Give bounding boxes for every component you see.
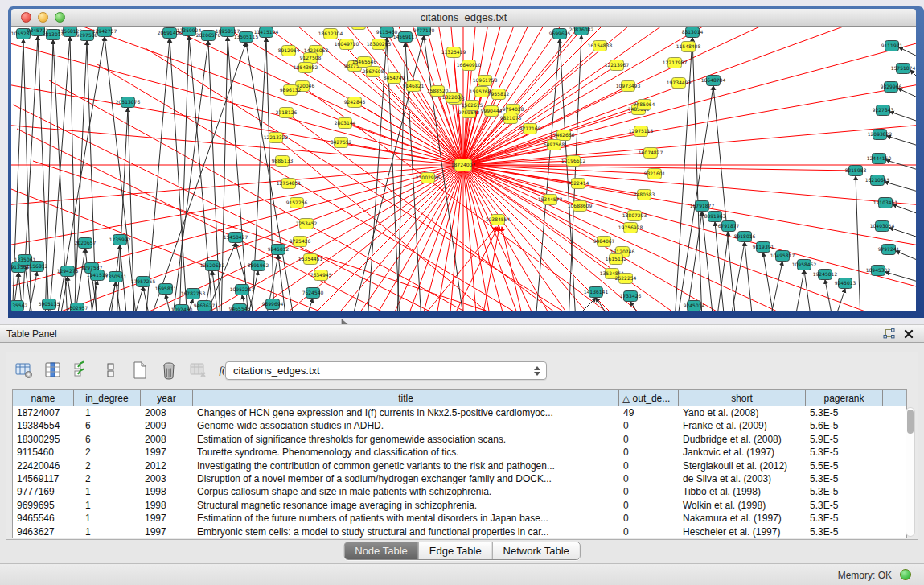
network-window-titlebar[interactable]: citations_edges.txt [11, 9, 916, 27]
cell-in_degree: 1 [74, 485, 141, 498]
graph-node-label: 16154838 [588, 43, 613, 48]
graph-node-label: 10495817 [770, 253, 795, 258]
scrollbar-thumb[interactable] [907, 410, 914, 434]
graph-node-label: 7624540 [302, 290, 324, 295]
cell-short: Hescheler et al. (1997) [679, 525, 806, 538]
graph-node-label: 16210645 [865, 177, 890, 183]
graph-node-label: 9227343 [873, 107, 894, 113]
graph-node-label: 1350511 [105, 274, 127, 279]
column-header-pagerank[interactable]: pagerank [806, 390, 883, 406]
table-row[interactable]: 1830029562008Estimation of significance … [13, 433, 906, 446]
toggle-view-button[interactable] [100, 360, 121, 381]
float-panel-icon[interactable] [883, 328, 895, 340]
network-canvas[interactable]: 1872400710552857984572188130141156812992… [11, 27, 916, 311]
cell-title: Embryonic stem cells: a model to study s… [193, 525, 619, 538]
graph-node-label: 9245014 [684, 303, 705, 308]
graph-node-label: 15450427 [224, 234, 248, 240]
delete-table-button[interactable] [158, 360, 179, 381]
graph-node-label: 15344577 [538, 196, 563, 202]
graph-node[interactable] [352, 27, 366, 30]
graph-node-label: 5905135 [39, 301, 60, 307]
column-header-in_degree[interactable]: in_degree [74, 390, 141, 406]
table-scrollbar[interactable] [906, 407, 915, 537]
graph-node-label: 14226063 [304, 47, 329, 53]
import-table-button[interactable] [187, 360, 208, 381]
graph-node-label: 1588520 [427, 88, 449, 93]
graph-node-label: 9135562 [11, 303, 28, 308]
graph-node-label: 18612304 [318, 31, 343, 36]
memory-status-label: Memory: OK [838, 570, 892, 581]
column-header-short[interactable]: short [679, 390, 806, 406]
graph-node-label: 18807293 [622, 212, 647, 218]
new-table-button[interactable] [129, 360, 150, 381]
cell-short: Jankovic et al. (1997) [679, 446, 806, 459]
table-row[interactable]: 946362711997Embryonic stem cells: a mode… [13, 525, 906, 538]
table-toolbar: f(x) [13, 358, 237, 382]
tab-node-table[interactable]: Node Table [344, 542, 418, 559]
cell-title: Changes of HCN gene expression and I(f) … [193, 406, 619, 419]
table-row[interactable]: 1872400712008Changes of HCN gene express… [13, 406, 906, 419]
memory-status-icon[interactable] [900, 569, 911, 580]
graph-node-label: 10688609 [568, 203, 593, 208]
column-header-year[interactable]: year [141, 390, 193, 406]
table-row[interactable]: 1938455462009Genome-wide association stu… [13, 419, 906, 432]
graph-node-label: 12217987 [663, 60, 688, 65]
cell-out_degree: 0 [619, 525, 679, 538]
table-row[interactable]: 977716911998Corpus callosum shape and si… [13, 485, 906, 498]
graph-node-label: 14136141 [584, 289, 609, 295]
cell-out_degree: 0 [619, 485, 679, 498]
table-panel-body: f(x) citations_edges.txt namein_degreeye… [0, 343, 924, 563]
graph-node-label: 2803144 [335, 120, 356, 126]
cell-title: Investigating the contribution of common… [193, 459, 619, 472]
import-table-icon [188, 360, 207, 380]
table-row[interactable]: 911546021997Tourette syndrome. Phenomeno… [13, 446, 906, 459]
graph-node-label: 1092450 [171, 307, 193, 311]
row-selection-button[interactable] [71, 360, 92, 381]
row-checks-icon [72, 360, 92, 380]
column-header-name[interactable]: name [13, 390, 74, 406]
graph-node-label: 9465546 [229, 306, 251, 311]
table-settings-button[interactable] [13, 360, 35, 381]
graph-node-label: 12942757 [92, 28, 117, 34]
cell-pagerank: 5.3E-5 [806, 406, 883, 419]
graph-node-label: 8427552 [331, 139, 352, 145]
graph-node-label: 7634945 [310, 272, 332, 278]
cell-year: 1998 [141, 485, 193, 498]
graph-node-label: 19734493 [667, 80, 692, 85]
status-bar: Memory: OK [0, 563, 924, 585]
graph-node-label: 7462666 [553, 132, 575, 138]
cell-name: 9463627 [13, 525, 74, 538]
cell-name: 9465546 [13, 512, 74, 525]
close-panel-icon[interactable] [903, 328, 914, 340]
table-container: f(x) citations_edges.txt namein_degreeye… [6, 352, 918, 540]
graph-node-label: 1562615 [462, 102, 483, 108]
graph-node-label: 8215958 [845, 167, 867, 173]
graph-node-label: 8313014 [682, 29, 704, 35]
table-row[interactable]: 1456911722003Disruption of a novel membe… [13, 472, 906, 485]
cell-out_degree: 0 [619, 433, 679, 446]
show-columns-button[interactable] [42, 360, 64, 381]
graph-node-label: 19384554 [486, 216, 511, 222]
table-selector-dropdown[interactable]: citations_edges.txt [225, 361, 547, 380]
graph-node-label: 8891963 [704, 213, 726, 219]
cell-in_degree: 1 [74, 512, 141, 525]
graph-node-label: 8918016 [734, 233, 756, 239]
show-columns-icon [43, 360, 63, 380]
table-tabs: Node Table Edge Table Network Table [343, 542, 581, 560]
column-header-out_degree[interactable]: △ out_de... [619, 390, 679, 406]
cell-short: Tibbo et al. (1998) [679, 485, 806, 498]
table-row[interactable]: 946554611997Estimation of the future num… [13, 512, 906, 525]
dropdown-stepper-icon [532, 364, 543, 378]
table-row[interactable]: 969969511998Structural magnetic resonanc… [13, 499, 906, 512]
table-row[interactable]: 2242004622012Investigating the contribut… [13, 459, 906, 472]
tab-edge-table[interactable]: Edge Table [418, 542, 492, 559]
graph-node-label: 9886133 [272, 158, 294, 163]
cell-out_degree: 0 [619, 472, 679, 485]
graph-node-label: 9699694 [262, 301, 284, 307]
column-header-title[interactable]: title [193, 390, 619, 406]
graph-node-label: 10403054 [870, 223, 895, 229]
tab-network-table[interactable]: Network Table [492, 542, 580, 559]
cell-short: Nakamura et al. (1997) [679, 512, 806, 525]
cell-pagerank: 5.3E-5 [806, 446, 883, 459]
table-selector-value: citations_edges.txt [233, 365, 320, 377]
